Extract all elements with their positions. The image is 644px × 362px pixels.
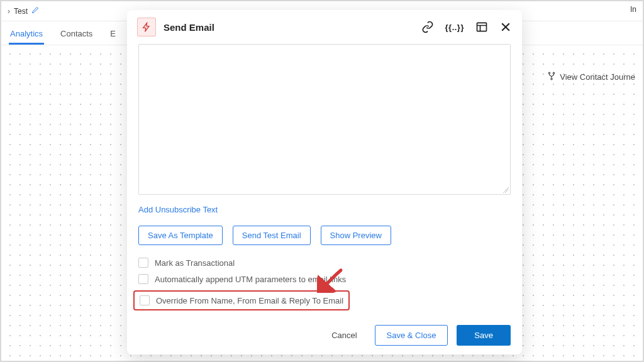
template-icon[interactable] bbox=[475, 21, 488, 33]
svg-rect-3 bbox=[477, 23, 487, 31]
checkbox[interactable] bbox=[140, 295, 150, 305]
override-from-row[interactable]: Override From Name, From Email & Reply T… bbox=[140, 295, 343, 305]
send-email-modal: Send Email {{..}} Add Unsubscribe Text S… bbox=[127, 10, 522, 354]
save-as-template-button[interactable]: Save As Template bbox=[138, 226, 223, 245]
modal-footer: Cancel Save & Close Save bbox=[127, 316, 522, 354]
svg-point-2 bbox=[551, 79, 552, 80]
check-label: Automatically append UTM parameters to e… bbox=[155, 275, 346, 284]
svg-point-0 bbox=[549, 72, 550, 74]
append-utm-row[interactable]: Automatically append UTM parameters to e… bbox=[138, 274, 511, 284]
show-preview-button[interactable]: Show Preview bbox=[321, 226, 391, 245]
email-body-textarea[interactable] bbox=[138, 44, 511, 195]
save-close-button[interactable]: Save & Close bbox=[375, 325, 448, 346]
checkbox[interactable] bbox=[138, 258, 148, 268]
chevron-right-icon: › bbox=[8, 7, 10, 16]
link-icon[interactable] bbox=[421, 21, 434, 33]
modal-title: Send Email bbox=[164, 22, 214, 33]
pencil-icon[interactable] bbox=[31, 6, 39, 16]
modal-body: Add Unsubscribe Text Save As Template Se… bbox=[127, 44, 522, 316]
send-test-email-button[interactable]: Send Test Email bbox=[233, 226, 311, 245]
mark-transactional-row[interactable]: Mark as Transactional bbox=[138, 258, 511, 268]
tab-analytics[interactable]: Analytics bbox=[10, 29, 43, 45]
tab-emails[interactable]: E bbox=[110, 29, 116, 45]
checkbox[interactable] bbox=[138, 274, 148, 284]
view-contact-journey-link[interactable]: View Contact Journe bbox=[547, 72, 635, 82]
modal-header: Send Email {{..}} bbox=[127, 10, 522, 44]
fork-icon bbox=[547, 72, 556, 82]
breadcrumb-title[interactable]: Test bbox=[14, 7, 28, 16]
tokens-button[interactable]: {{..}} bbox=[445, 23, 464, 32]
check-label: Override From Name, From Email & Reply T… bbox=[156, 296, 343, 305]
svg-point-1 bbox=[553, 72, 555, 74]
check-label: Mark as Transactional bbox=[155, 258, 235, 268]
close-icon[interactable] bbox=[499, 21, 512, 33]
add-unsubscribe-link[interactable]: Add Unsubscribe Text bbox=[138, 205, 511, 214]
save-button[interactable]: Save bbox=[457, 325, 511, 346]
cancel-button[interactable]: Cancel bbox=[323, 325, 365, 346]
bolt-icon bbox=[137, 18, 156, 36]
journey-label: View Contact Journe bbox=[560, 72, 635, 82]
topright-label: In bbox=[630, 5, 636, 14]
tab-contacts[interactable]: Contacts bbox=[60, 29, 92, 45]
